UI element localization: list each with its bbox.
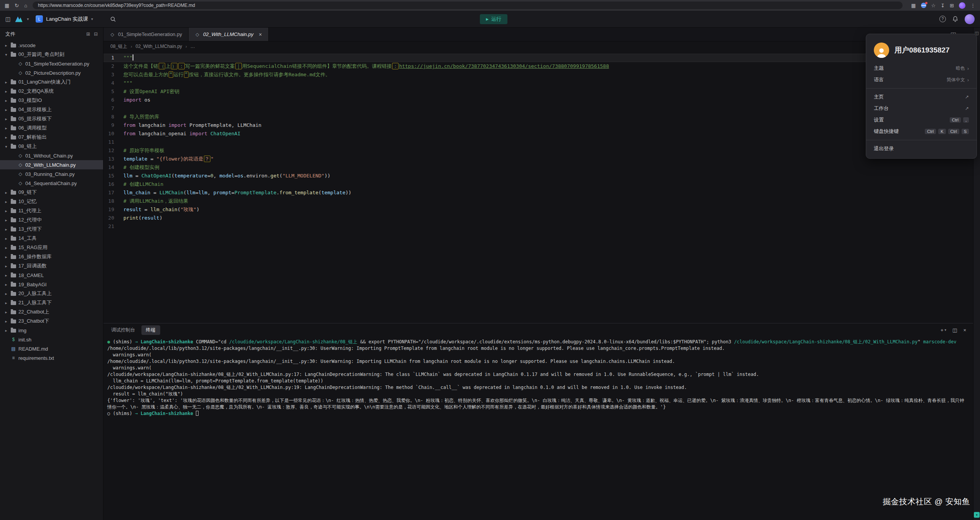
tree-item-file[interactable]: ◇02_With_LLMChain.py	[0, 160, 103, 169]
user-avatar[interactable]	[965, 14, 975, 24]
tree-item-file[interactable]: ▤README.md	[0, 344, 103, 353]
folder-icon	[11, 237, 16, 241]
browser-profile-avatar[interactable]	[959, 2, 965, 9]
tree-item-folder[interactable]: ▸17_回调函数	[0, 261, 103, 271]
tree-item-label: 10_记忆	[18, 198, 37, 205]
breadcrumb-item[interactable]: …	[190, 44, 195, 49]
external-link-icon: ↗	[965, 94, 969, 100]
tree-item-folder[interactable]: ▸21_人脉工具下	[0, 298, 103, 307]
folder-icon	[11, 228, 16, 231]
collapse-all-icon[interactable]: ⊟	[94, 31, 98, 37]
tree-item-folder[interactable]: ▸01_LangChain快速入门	[0, 77, 103, 87]
apps-grid-icon[interactable]: ▦	[911, 3, 916, 8]
tree-item-folder[interactable]: ▸.vscode	[0, 41, 103, 50]
tree-item-file[interactable]: ◇01_Without_Chain.py	[0, 151, 103, 160]
tree-item-folder[interactable]: ▸13_代理下	[0, 225, 103, 234]
menu-item-theme[interactable]: 主题暗色›	[866, 62, 977, 74]
code-editor[interactable]: 1"""2这个文件是【链（上）：写一篇完美的鲜花文案｜用SequencialCh…	[103, 51, 973, 323]
home-icon[interactable]: ⌂	[24, 3, 27, 8]
tab-overview-icon[interactable]: ▦	[5, 3, 9, 8]
menu-divider	[866, 88, 977, 89]
plus-icon: +	[941, 327, 944, 333]
tree-item-file[interactable]: $init.sh	[0, 335, 103, 344]
py-file-icon: ◇	[18, 171, 23, 177]
tree-item-folder[interactable]: ▸07_解析输出	[0, 133, 103, 142]
key-badge: Ctrl	[950, 117, 961, 123]
url-bar[interactable]: https://www.marscode.cn/course/vk85dwp73…	[33, 2, 903, 9]
menu-item-shortcuts[interactable]: 键盘快捷键CtrlKCtrlS	[866, 126, 977, 137]
new-file-icon[interactable]: ⊞	[86, 31, 90, 37]
tree-item-file[interactable]: ◇04_SequentialChain.py	[0, 179, 103, 188]
split-terminal-icon[interactable]: ◫	[952, 327, 957, 333]
panel-header: 调试控制台终端 + ▾ ◫ ×	[103, 323, 973, 336]
code-line: 4"""	[103, 79, 973, 87]
extensions-icon[interactable]: ⊞	[950, 3, 954, 8]
search-icon[interactable]	[110, 16, 116, 22]
tree-item-folder[interactable]: ▸22_Chatbot上	[0, 307, 103, 317]
tree-item-folder[interactable]: ▸03_模型IO	[0, 96, 103, 105]
tree-item-folder[interactable]: ▸18_CAMEL	[0, 271, 103, 280]
tree-item-folder[interactable]: ▸15_RAG应用	[0, 243, 103, 252]
tree-item-folder[interactable]: ▾08_链上	[0, 142, 103, 151]
close-panel-icon[interactable]: ×	[963, 327, 966, 333]
tree-item-file[interactable]: ≡requirements.txt	[0, 353, 103, 363]
url-text: https://www.marscode.cn/course/vk85dwp73…	[38, 3, 195, 8]
browser-menu-icon[interactable]: ⋮	[970, 3, 975, 8]
tree-item-file[interactable]: ◇02_PictureDescription.py	[0, 68, 103, 77]
code-text: # 创建模型实例	[123, 163, 159, 172]
editor-tab[interactable]: ◇02_With_LLMChain.py×	[189, 28, 269, 41]
tree-item-file[interactable]: ◇01_SimpleTextGeneration.py	[0, 59, 103, 68]
tree-item-folder[interactable]: ▸img	[0, 326, 103, 335]
tree-item-folder[interactable]: ▸16_操作数据库	[0, 252, 103, 261]
breadcrumb-item[interactable]: 08_链上	[110, 43, 127, 50]
layout-toggle-icon[interactable]: ◫	[5, 16, 11, 23]
tree-item-folder[interactable]: ▸20_人脉工具上	[0, 289, 103, 298]
tree-item-folder[interactable]: ▾00_开篇词_奇点时刻	[0, 50, 103, 59]
tree-item-folder[interactable]: ▸06_调用模型	[0, 123, 103, 133]
tree-item-folder[interactable]: ▸10_记忆	[0, 197, 103, 206]
tree-item-file[interactable]: ◇03_Running_Chain.py	[0, 169, 103, 179]
menu-item-right: 简体中文›	[947, 77, 969, 83]
menu-item-label: 语言	[874, 76, 884, 83]
chevron-down-icon[interactable]: ▾	[27, 17, 29, 21]
tree-item-folder[interactable]: ▸12_代理中	[0, 215, 103, 225]
tree-item-folder[interactable]: ▸09_链下	[0, 188, 103, 197]
line-number: 15	[103, 172, 123, 180]
tree-item-folder[interactable]: ▸11_代理上	[0, 206, 103, 215]
tree-item-folder[interactable]: ▸04_提示模板上	[0, 105, 103, 114]
close-icon[interactable]: ×	[259, 31, 262, 38]
bookmark-star-icon[interactable]: ☆	[931, 3, 936, 8]
bell-icon[interactable]	[952, 16, 959, 22]
panel-tab-terminal[interactable]: 终端	[141, 325, 160, 335]
menu-item-home[interactable]: 主页↗	[866, 91, 977, 103]
tree-item-folder[interactable]: ▸19_BabyAGI	[0, 280, 103, 289]
breadcrumb-item[interactable]: 02_With_LLMChain.py	[136, 44, 182, 49]
menu-item-settings[interactable]: 设置Ctrl,	[866, 114, 977, 126]
tree-item-folder[interactable]: ▸14_工具	[0, 234, 103, 243]
tree-item-folder[interactable]: ▸23_Chatbot下	[0, 317, 103, 326]
marscode-logo[interactable]	[15, 16, 23, 23]
code-line: 1"""	[103, 54, 973, 62]
panel-tab-debug-console[interactable]: 调试控制台	[110, 325, 136, 335]
terminal-output[interactable]: ● (shims) → LangChain-shizhanke COMMAND=…	[103, 336, 973, 520]
tree-item-folder[interactable]: ▸05_提示模板下	[0, 114, 103, 123]
download-icon[interactable]: ↧	[941, 3, 945, 8]
editor-tab[interactable]: ◇01_SimpleTextGeneration.py	[103, 28, 189, 41]
menu-item-workspace[interactable]: 工作台↗	[866, 103, 977, 114]
terminal-line: ● (shims) → LangChain-shizhanke COMMAND=…	[107, 339, 968, 345]
menu-item-language[interactable]: 语言简体中文›	[866, 74, 977, 85]
new-terminal-button[interactable]: + ▾	[941, 327, 946, 333]
refresh-icon[interactable]: ↻	[15, 3, 19, 8]
code-line: 9from langchain import PromptTemplate, L…	[103, 121, 973, 130]
folder-icon	[11, 274, 16, 277]
assistant-chat-icon[interactable]: ✦	[974, 512, 980, 518]
text-cursor	[133, 54, 133, 61]
project-switcher[interactable]: L LangChain 实战课 ▾	[36, 15, 93, 23]
help-icon[interactable]: ?	[939, 16, 946, 22]
terminal-line: /home/cloudide/.local/lib/python3.12/sit…	[107, 358, 968, 365]
menu-item-logout[interactable]: 退出登录	[866, 143, 977, 154]
tree-item-folder[interactable]: ▸02_文档QA系统	[0, 87, 103, 96]
run-button[interactable]: ▶ 运行	[480, 14, 507, 24]
line-number: 14	[103, 163, 123, 172]
extension-globe-icon[interactable]	[921, 3, 926, 8]
